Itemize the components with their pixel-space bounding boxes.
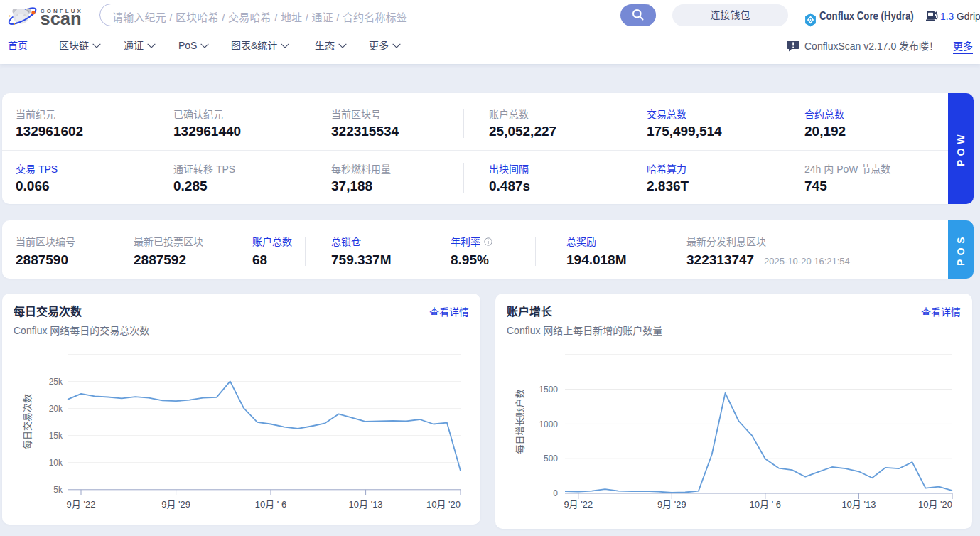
svg-text:9月 '29: 9月 '29 [161, 499, 190, 510]
svg-text:1000: 1000 [539, 419, 558, 429]
svg-text:500: 500 [544, 454, 558, 463]
svg-text:10月 '20: 10月 '20 [426, 499, 461, 510]
svg-text:5k: 5k [53, 485, 63, 495]
svg-text:10月 ' 6: 10月 ' 6 [255, 499, 286, 510]
svg-text:10月 '20: 10月 '20 [918, 499, 952, 510]
svg-text:10k: 10k [49, 458, 63, 468]
svg-text:10月 ' 6: 10月 ' 6 [750, 499, 781, 510]
svg-text:每日交易次数: 每日交易次数 [22, 394, 33, 449]
svg-text:1500: 1500 [539, 385, 558, 395]
svg-text:15k: 15k [49, 431, 63, 441]
svg-text:0: 0 [553, 488, 558, 498]
svg-text:scan: scan [41, 9, 82, 28]
svg-text:10月 '13: 10月 '13 [349, 499, 383, 510]
svg-text:10月 '13: 10月 '13 [841, 499, 876, 510]
svg-text:每日增长账户数: 每日增长账户数 [515, 389, 525, 454]
svg-text:9月 '22: 9月 '22 [67, 499, 96, 510]
svg-text:20k: 20k [49, 404, 63, 414]
svg-text:9月 '22: 9月 '22 [564, 499, 593, 510]
svg-text:25k: 25k [49, 377, 63, 387]
svg-text:9月 '29: 9月 '29 [657, 499, 686, 510]
